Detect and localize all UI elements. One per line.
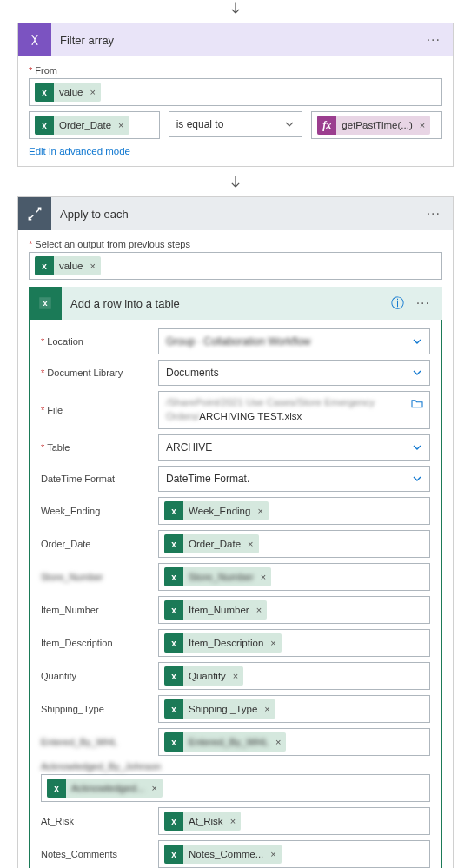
excel-icon: x xyxy=(35,83,54,102)
ack-label: Acknowledged_By_Johnson xyxy=(41,761,430,772)
table-select[interactable]: ARCHIVE xyxy=(158,434,430,461)
svg-text:x: x xyxy=(43,299,47,308)
excel-icon: x xyxy=(164,501,183,520)
condition-right-input[interactable]: fx getPastTime(...) × xyxy=(311,111,442,139)
remove-token-icon[interactable]: × xyxy=(418,120,430,130)
column-label: Item_Number xyxy=(41,605,149,615)
column-label: Shipping_Type xyxy=(41,704,149,714)
excel-icon: x xyxy=(164,732,183,752)
excel-icon: x xyxy=(164,699,183,719)
remove-token-icon[interactable]: × xyxy=(89,261,101,271)
column-token[interactable]: xItem_Number× xyxy=(164,600,267,620)
column-label: Item_Description xyxy=(41,638,149,648)
file-picker[interactable]: /SharePoint/2021 Use Cases/Store Emergen… xyxy=(158,391,430,429)
add-row-title: Add a row into a table xyxy=(62,297,391,310)
column-input[interactable]: xQuantity× xyxy=(158,662,430,690)
location-select[interactable]: Group · Collaboration Workflow xyxy=(158,328,430,354)
column-token[interactable]: xWeek_Ending× xyxy=(164,501,269,520)
edit-advanced-link[interactable]: Edit in advanced mode xyxy=(29,146,130,156)
select-output-input[interactable]: x value × xyxy=(29,252,442,280)
excel-icon: x xyxy=(47,779,66,798)
connector-arrow-top xyxy=(0,0,471,23)
remove-token-icon[interactable]: × xyxy=(116,120,129,130)
condition-left-input[interactable]: x Order_Date × xyxy=(29,111,160,139)
table-label: Table xyxy=(41,442,149,453)
filter-icon xyxy=(18,23,51,56)
condition-operator-select[interactable]: is equal to xyxy=(169,111,303,137)
excel-action-icon: x xyxy=(29,287,62,320)
column-token[interactable]: xShipping _Type× xyxy=(164,699,275,719)
column-input[interactable]: xItem_Description× xyxy=(158,629,430,657)
filter-array-card: Filter array ··· From x value × x Order_… xyxy=(17,23,454,167)
excel-icon: x xyxy=(164,567,183,586)
select-output-token[interactable]: x value × xyxy=(35,256,101,275)
select-output-label: Select an output from previous steps xyxy=(29,239,442,249)
from-token[interactable]: x value × xyxy=(35,83,101,102)
folder-icon[interactable] xyxy=(410,397,424,412)
remove-token-icon[interactable]: × xyxy=(246,539,258,549)
add-row-card: x Add a row into a table ⓘ ··· Location … xyxy=(29,287,442,868)
remove-token-icon[interactable]: × xyxy=(89,87,101,97)
remove-token-icon[interactable]: × xyxy=(274,737,286,747)
add-row-header[interactable]: x Add a row into a table ⓘ ··· xyxy=(29,287,442,320)
ack-input[interactable]: x Acknowledged... × xyxy=(41,774,430,802)
column-input[interactable]: xNotes_Comme...× xyxy=(158,840,430,868)
remove-token-icon[interactable]: × xyxy=(229,816,241,826)
remove-token-icon[interactable]: × xyxy=(255,605,267,615)
remove-token-icon[interactable]: × xyxy=(259,572,271,582)
column-label: Quantity xyxy=(41,671,149,681)
remove-token-icon[interactable]: × xyxy=(262,704,275,714)
column-token[interactable]: xEntered_By_WHL× xyxy=(164,732,286,752)
column-label: Order_Date xyxy=(41,539,149,549)
connector-arrow-mid xyxy=(0,170,471,196)
apply-to-each-title: Apply to each xyxy=(51,208,423,221)
excel-icon: x xyxy=(35,116,54,135)
column-input[interactable]: xItem_Number× xyxy=(158,596,430,624)
chevron-down-icon xyxy=(412,442,422,453)
file-label: File xyxy=(41,405,149,415)
column-label: Week_Ending xyxy=(41,506,149,516)
column-token[interactable]: xAt_Risk× xyxy=(164,812,241,831)
from-label: From xyxy=(29,65,442,76)
column-input[interactable]: xWeek_Ending× xyxy=(158,497,430,525)
document-library-label: Document Library xyxy=(41,368,149,378)
remove-token-icon[interactable]: × xyxy=(255,506,268,516)
column-token[interactable]: xStore_Number× xyxy=(164,567,271,586)
excel-icon: x xyxy=(164,600,183,620)
column-input[interactable]: xAt_Risk× xyxy=(158,807,430,835)
column-token[interactable]: xItem_Description× xyxy=(164,633,282,653)
datetime-format-select[interactable]: DateTime Format. xyxy=(158,466,430,492)
chevron-down-icon xyxy=(412,368,422,378)
remove-token-icon[interactable]: × xyxy=(231,671,243,681)
excel-icon: x xyxy=(164,845,183,864)
column-input[interactable]: xEntered_By_WHL× xyxy=(158,728,430,756)
ack-token[interactable]: x Acknowledged... × xyxy=(47,779,163,798)
column-token[interactable]: xNotes_Comme...× xyxy=(164,845,282,864)
help-icon[interactable]: ⓘ xyxy=(391,295,404,312)
column-input[interactable]: xStore_Number× xyxy=(158,563,430,591)
getpasttime-token[interactable]: fx getPastTime(...) × xyxy=(317,116,430,135)
apply-to-each-card: Apply to each ··· Select an output from … xyxy=(17,196,454,868)
from-input[interactable]: x value × xyxy=(29,78,442,106)
document-library-select[interactable]: Documents xyxy=(158,360,430,386)
order-date-token[interactable]: x Order_Date × xyxy=(35,116,129,135)
remove-token-icon[interactable]: × xyxy=(269,849,281,859)
remove-token-icon[interactable]: × xyxy=(269,638,281,648)
column-input[interactable]: xOrder_Date× xyxy=(158,530,430,558)
column-input[interactable]: xShipping _Type× xyxy=(158,695,430,723)
chevron-down-icon xyxy=(412,474,422,484)
column-token[interactable]: xOrder_Date× xyxy=(164,534,259,553)
apply-to-each-header[interactable]: Apply to each ··· xyxy=(18,197,453,230)
column-label: At_Risk xyxy=(41,816,149,826)
filter-array-title: Filter array xyxy=(51,34,423,47)
location-label: Location xyxy=(41,336,149,347)
filter-array-menu[interactable]: ··· xyxy=(423,32,444,48)
add-row-menu[interactable]: ··· xyxy=(413,295,434,311)
apply-to-each-menu[interactable]: ··· xyxy=(423,206,444,222)
filter-array-header[interactable]: Filter array ··· xyxy=(18,23,453,56)
column-token[interactable]: xQuantity× xyxy=(164,666,243,686)
remove-token-icon[interactable]: × xyxy=(149,783,162,793)
excel-icon: x xyxy=(35,256,54,275)
chevron-down-icon xyxy=(412,336,422,347)
excel-icon: x xyxy=(164,633,183,653)
